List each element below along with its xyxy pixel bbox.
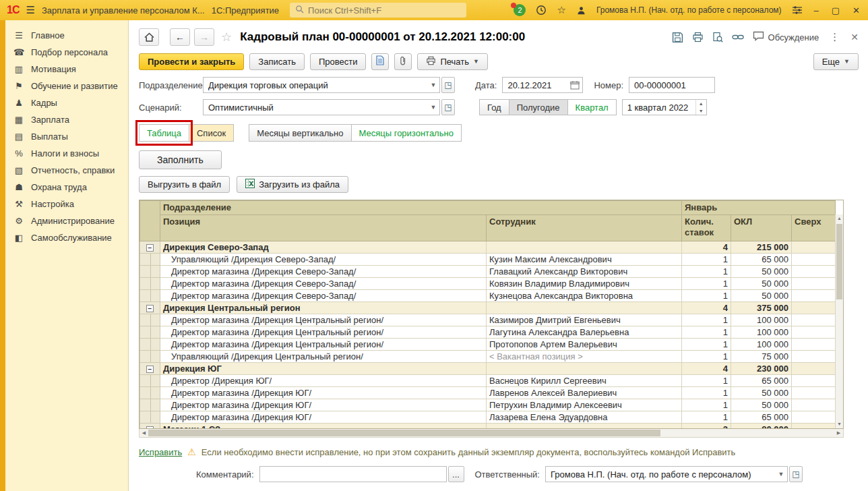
plan-row[interactable]: Директор магазина /Дирекция Центральный …: [140, 326, 836, 339]
link-icon[interactable]: [732, 33, 744, 41]
collapse-icon[interactable]: −: [146, 305, 154, 312]
plan-row[interactable]: Управляющий /Дирекция Северо-Запад/Кузин…: [140, 254, 836, 266]
scroll-right-icon[interactable]: ▶: [834, 430, 843, 436]
favorite-star-icon[interactable]: ☆: [221, 30, 232, 45]
plan-row[interactable]: Директор магазина /Дирекция Центральный …: [140, 314, 836, 326]
over-column-header[interactable]: Сверх: [792, 215, 836, 241]
sidebar-item-reports[interactable]: ▧Отчетность, справки: [5, 162, 128, 179]
back-button[interactable]: ←: [170, 28, 190, 46]
period-halfyear-button[interactable]: Полугодие: [509, 99, 568, 115]
comment-more-button[interactable]: ...: [448, 466, 464, 482]
group-row[interactable]: −Дирекция Северо-Запад4215 000: [140, 241, 836, 254]
notifications-button[interactable]: 2: [514, 4, 526, 16]
minimize-button[interactable]: –: [813, 5, 820, 16]
number-input[interactable]: 00-00000001: [629, 77, 715, 93]
sidebar-item-chart[interactable]: ▥Мотивация: [5, 61, 128, 78]
more-menu-icon[interactable]: ⋮: [828, 31, 842, 43]
tab-table[interactable]: Таблица: [139, 124, 189, 142]
write-button[interactable]: Записать: [249, 53, 305, 70]
chevron-down-icon[interactable]: ▼: [427, 100, 439, 115]
salary-column-header[interactable]: ОКЛ: [731, 215, 792, 241]
plan-row[interactable]: Директор магазина /Дирекция Северо-Запад…: [140, 278, 836, 290]
date-input[interactable]: 20.12.2021: [502, 77, 583, 93]
tab-list[interactable]: Список: [189, 124, 234, 142]
close-document-icon[interactable]: ✕: [850, 32, 859, 42]
maximize-button[interactable]: ▢: [830, 5, 841, 16]
responsible-combo[interactable]: Громова Н.П. (Нач. отд. по работе с перс…: [545, 466, 788, 482]
calendar-icon[interactable]: [567, 78, 582, 92]
collapse-icon[interactable]: −: [146, 366, 154, 373]
plan-row[interactable]: Директор магазина /Дирекция ЮГ/Лавренов …: [140, 387, 836, 399]
scenario-open-button[interactable]: ◳: [441, 99, 455, 115]
vertical-scroll-thumb[interactable]: [836, 224, 842, 299]
period-spinner[interactable]: ▲▼: [695, 100, 706, 115]
employee-column-header[interactable]: Сотрудник: [487, 215, 682, 241]
plan-row[interactable]: Директор магазина /Дирекция Северо-Запад…: [140, 290, 836, 302]
sidebar-item-wrench[interactable]: ⚒Настройка: [5, 196, 128, 212]
horizontal-scrollbar[interactable]: ◀ ▶: [139, 429, 844, 438]
attachments-button[interactable]: [394, 53, 412, 70]
post-button[interactable]: Провести: [310, 53, 367, 70]
plan-row[interactable]: Директор магазина /Дирекция Центральный …: [140, 339, 836, 351]
user-icon[interactable]: [576, 5, 586, 16]
scroll-up-icon[interactable]: ▲: [836, 214, 843, 223]
discussion-button[interactable]: Обсуждение: [753, 31, 819, 43]
import-from-file-button[interactable]: Загрузить из файла: [237, 176, 348, 193]
period-year-button[interactable]: Год: [479, 99, 509, 115]
forward-button[interactable]: →: [194, 28, 214, 46]
scroll-down-icon[interactable]: ▼: [836, 420, 843, 428]
chevron-down-icon[interactable]: ▼: [427, 78, 439, 92]
sidebar-item-percent[interactable]: %Налоги и взносы: [5, 145, 128, 162]
fix-link[interactable]: Исправить: [139, 447, 182, 457]
plan-row[interactable]: Директор магазина /Дирекция Северо-Запад…: [140, 266, 836, 278]
close-window-button[interactable]: ✕: [851, 5, 861, 16]
group-row[interactable]: −Магазин 1 СЗ280 000: [140, 424, 836, 430]
department-column-header[interactable]: Подразделение: [160, 201, 682, 215]
responsible-open-button[interactable]: ◳: [789, 466, 803, 482]
department-combo[interactable]: Дирекция торговых операций ▼: [203, 77, 440, 93]
plan-row[interactable]: Директор магазина /Дирекция ЮГ/Петрухин …: [140, 399, 836, 411]
chevron-down-icon[interactable]: ▼: [775, 467, 787, 482]
scroll-left-icon[interactable]: ◀: [140, 430, 148, 436]
history-icon[interactable]: [536, 5, 547, 16]
sidebar-item-helmet[interactable]: ☗Охрана труда: [5, 179, 128, 196]
plan-row[interactable]: Управляющий /Дирекция Центральный регион…: [140, 351, 836, 363]
sidebar-item-gear[interactable]: ⚙Администрирование: [5, 212, 128, 229]
preview-icon[interactable]: [712, 32, 723, 42]
plan-row[interactable]: Директор магазина /Дирекция ЮГ/Лазарева …: [140, 411, 836, 424]
sidebar-item-menu[interactable]: ☰Главное: [5, 27, 128, 44]
sidebar-item-payments[interactable]: ▤Выплаты: [5, 128, 128, 145]
vertical-scrollbar[interactable]: ▲ ▼: [835, 214, 843, 428]
print-menu-button[interactable]: Печать▼: [417, 53, 488, 70]
collapse-icon[interactable]: −: [146, 244, 154, 252]
home-button[interactable]: [139, 28, 159, 46]
current-user[interactable]: Громова Н.П. (Нач. отд. по работе с перс…: [596, 5, 782, 15]
sidebar-item-phone[interactable]: ☎Подбор персонала: [5, 44, 128, 61]
period-value-input[interactable]: 1 квартал 2022 ▲▼: [622, 99, 707, 115]
more-actions-button[interactable]: Еще▼: [813, 53, 859, 70]
spinner-down-icon[interactable]: ▼: [696, 107, 706, 115]
sidebar-item-card[interactable]: ◧Самообслуживание: [5, 229, 128, 246]
post-and-close-button[interactable]: Провести и закрыть: [139, 53, 244, 70]
month-column-header[interactable]: Январь: [682, 201, 836, 215]
print-icon[interactable]: [692, 32, 704, 42]
group-row[interactable]: −Дирекция ЮГ4230 000: [140, 363, 836, 375]
position-column-header[interactable]: Позиция: [160, 215, 487, 241]
export-to-file-button[interactable]: Выгрузить в файл: [139, 176, 230, 193]
spinner-up-icon[interactable]: ▲: [696, 100, 706, 107]
rates-column-header[interactable]: Колич. ставок: [682, 215, 731, 241]
global-search-input[interactable]: Поиск Ctrl+Shift+F: [290, 3, 466, 18]
tab-months-horizontal[interactable]: Месяцы горизонтально: [351, 124, 462, 142]
period-quarter-button[interactable]: Квартал: [567, 99, 617, 115]
plan-row[interactable]: Директор /Дирекция ЮГ/Васнецов Кирилл Се…: [140, 375, 836, 387]
fill-button[interactable]: Заполнить: [139, 150, 222, 169]
sidebar-item-flag[interactable]: ⚑Обучение и развитие: [5, 78, 128, 94]
horizontal-scroll-thumb[interactable]: [148, 430, 660, 436]
save-icon[interactable]: [672, 32, 683, 43]
group-row[interactable]: −Дирекция Центральный регион4375 000: [140, 302, 836, 314]
comment-input[interactable]: [259, 466, 447, 482]
sidebar-item-people[interactable]: ♟Кадры: [5, 94, 128, 111]
settings-sliders-icon[interactable]: [792, 5, 803, 15]
document-structure-button[interactable]: [371, 53, 389, 70]
favorites-icon[interactable]: ☆: [557, 4, 565, 16]
